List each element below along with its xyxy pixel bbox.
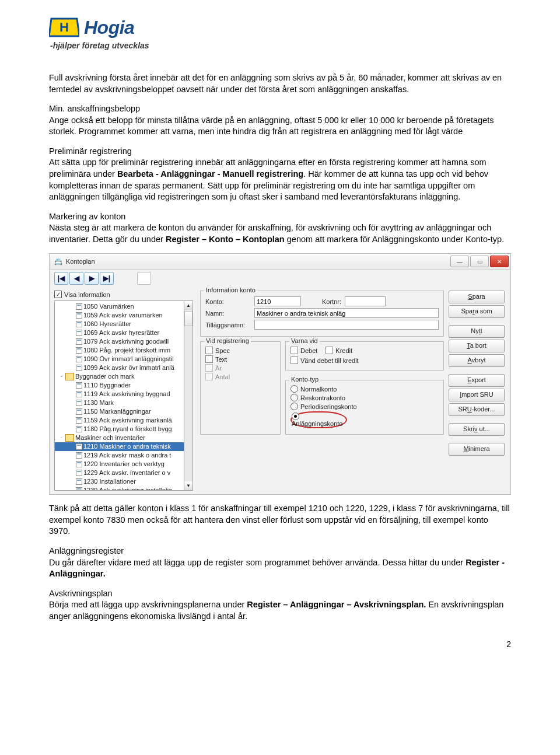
paragraph: Nästa steg är att markera de konton du a… <box>49 222 511 245</box>
document-body-2: Tänk på att detta gäller konton i klass … <box>49 503 511 622</box>
tree-item[interactable]: 1229 Ack avskr. inventarier o v <box>55 469 184 477</box>
heading: Min. anskaffningsbelopp <box>49 103 511 115</box>
account-tree[interactable]: 1050 Varumärken1059 Ack avskr varumärken… <box>54 300 184 491</box>
document-body: Full avskrivning första året innebär att… <box>49 72 511 245</box>
konto-typ-option[interactable]: Reskontrakonto <box>290 394 439 401</box>
tree-folder[interactable]: -Maskiner och inventarier <box>55 434 184 442</box>
minimize-button[interactable]: — <box>450 256 469 267</box>
action-button[interactable]: Spara <box>449 291 505 303</box>
action-button[interactable]: Minimera <box>449 443 505 456</box>
paragraph: Du går därefter vidare med att lägga upp… <box>49 557 511 580</box>
tree-item[interactable]: 1050 Varumärken <box>55 302 184 311</box>
document-icon <box>76 303 82 310</box>
tree-item[interactable]: 1059 Ack avskr varumärken <box>55 311 184 320</box>
tree-item[interactable]: 1159 Ack avskrivning markanlä <box>55 416 184 425</box>
document-icon <box>76 487 82 491</box>
document-icon <box>76 452 82 459</box>
folder-icon <box>65 373 74 380</box>
action-button[interactable]: Ta bort <box>449 340 505 352</box>
heading: Markering av konton <box>49 211 511 223</box>
document-icon <box>76 321 82 327</box>
tree-item[interactable]: 1180 Påg.nyanl o förskott bygg <box>55 425 184 434</box>
tree-item[interactable]: 1150 Markanläggningar <box>55 407 184 416</box>
paragraph: Börja med att lägga upp avskrivningsplan… <box>49 599 511 622</box>
info-konto-group: Information konto Konto: Kortnr: Namn: T… <box>200 291 444 337</box>
action-button[interactable]: Avbryt <box>449 354 505 367</box>
nav-prev-button[interactable]: ◀ <box>69 272 83 285</box>
paragraph: Tänk på att detta gäller konton i klass … <box>49 503 511 537</box>
kontoplan-window: 📇 Kontoplan — ▭ ✕ |◀ ◀ ▶ ▶| ✓ <box>49 253 511 495</box>
debet-checkbox[interactable] <box>290 347 298 354</box>
vidreg-checkbox[interactable] <box>205 347 213 354</box>
brand-logo: H Hogia -hjälper företag utvecklas <box>49 16 511 50</box>
close-button[interactable]: ✕ <box>490 256 509 267</box>
document-icon <box>76 470 82 476</box>
kortnr-input[interactable] <box>345 296 386 306</box>
document-icon <box>76 312 82 319</box>
document-icon <box>76 461 82 467</box>
radio-icon <box>292 413 299 420</box>
document-icon <box>76 356 82 362</box>
document-icon <box>76 365 82 371</box>
tree-item[interactable]: 1099 Ack avskr övr immatrl anlä <box>55 363 184 372</box>
namn-input[interactable] <box>254 308 439 318</box>
tree-item[interactable]: 1210 Maskiner o andra teknisk <box>55 442 184 451</box>
nav-first-button[interactable]: |◀ <box>54 272 68 285</box>
vidreg-checkbox[interactable] <box>205 373 213 380</box>
heading: Anläggningsregister <box>49 546 511 557</box>
svg-text:H: H <box>60 20 69 34</box>
action-button[interactable]: Export <box>449 374 505 387</box>
action-button[interactable]: SRU-koder... <box>449 403 505 416</box>
tree-scrollbar[interactable]: ▲ ▼ <box>184 300 193 491</box>
nav-next-button[interactable]: ▶ <box>85 272 99 285</box>
radio-icon <box>290 394 298 401</box>
konto-input[interactable] <box>254 296 301 306</box>
search-icon[interactable] <box>137 272 151 285</box>
vand-checkbox[interactable] <box>290 356 298 364</box>
scroll-thumb[interactable] <box>184 311 192 326</box>
action-button[interactable]: Import SRU <box>449 389 505 401</box>
konto-typ-option[interactable]: Normalkonto <box>290 385 439 393</box>
tree-item[interactable]: 1220 Inventarier och verktyg <box>55 460 184 469</box>
tree-folder[interactable]: -Byggnader och mark <box>55 372 184 381</box>
action-button[interactable]: Spara som <box>449 305 505 318</box>
tree-item[interactable]: 1119 Ack avskrivning byggnad <box>55 390 184 399</box>
tree-item[interactable]: 1219 Ack avskr mask o andra t <box>55 451 184 460</box>
tree-item[interactable]: 1080 Påg. projekt förskott imm <box>55 346 184 355</box>
maximize-button[interactable]: ▭ <box>470 256 489 267</box>
tree-item[interactable]: 1069 Ack avskr hyresrätter <box>55 328 184 337</box>
konto-typ-option[interactable]: Periodiseringskonto <box>290 403 439 410</box>
vid-registrering-group: Vid registrering SpecTextÄrAntal <box>200 341 281 435</box>
document-icon <box>76 417 82 424</box>
page-number: 2 <box>49 639 511 649</box>
konto-typ-group: Konto-typ NormalkontoReskontrakontoPerio… <box>285 380 444 435</box>
heading: Preliminär registrering <box>49 146 511 158</box>
vidreg-checkbox[interactable] <box>205 364 213 372</box>
action-button[interactable]: Skriv ut... <box>449 423 505 436</box>
tree-item[interactable]: 1230 Installationer <box>55 477 184 486</box>
app-icon: 📇 <box>54 258 62 265</box>
kredit-checkbox[interactable] <box>326 347 333 354</box>
nav-last-button[interactable]: ▶| <box>100 272 114 285</box>
tree-item[interactable]: 1110 Byggnader <box>55 381 184 390</box>
document-icon <box>76 478 82 485</box>
radio-icon <box>290 385 298 393</box>
visa-info-checkbox[interactable]: ✓ <box>54 291 62 298</box>
tillaggsnamn-input[interactable] <box>254 320 439 330</box>
document-icon <box>76 347 82 354</box>
document-icon <box>76 400 82 406</box>
paragraph: Att sätta upp för preliminär registrerin… <box>49 157 511 202</box>
heading: Avskrivningsplan <box>49 588 511 600</box>
tree-item[interactable]: 1090 Övr immatrl anläggningstil <box>55 355 184 363</box>
scroll-up-button[interactable]: ▲ <box>184 301 192 310</box>
tree-item[interactable]: 1239 Ack avskrivning installatio <box>55 486 184 491</box>
tree-item[interactable]: 1079 Ack avskrivning goodwill <box>55 337 184 346</box>
document-icon <box>76 338 82 345</box>
action-button[interactable]: Nytt <box>449 325 505 338</box>
tree-item[interactable]: 1130 Mark <box>55 399 184 407</box>
konto-typ-option[interactable]: Anläggningskonto <box>290 411 439 428</box>
document-icon <box>76 391 82 397</box>
scroll-down-button[interactable]: ▼ <box>184 481 192 490</box>
vidreg-checkbox[interactable] <box>205 355 213 363</box>
tree-item[interactable]: 1060 Hyresrätter <box>55 320 184 328</box>
